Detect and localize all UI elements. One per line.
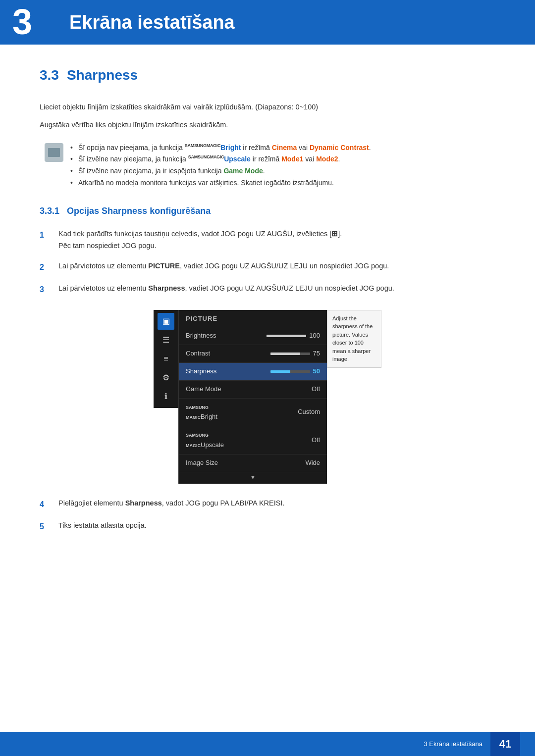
step-5: 5 Tiks iestatīta atlasītā opcija. xyxy=(40,520,495,533)
sidebar-settings-icon: ⚙ xyxy=(158,369,174,386)
brightness-value: 100 xyxy=(309,331,320,341)
brightness-bar-fill xyxy=(267,335,306,337)
step-text-2: Lai pārvietotos uz elementu PICTURE, vad… xyxy=(58,260,389,272)
gamemode-value: Off xyxy=(312,384,320,395)
menu-label-imagesize: Image Size xyxy=(186,458,218,468)
step-1: 1 Kad tiek parādīts funkcijas taustiņu c… xyxy=(40,228,495,252)
sidebar-info-icon: ℹ xyxy=(158,388,174,405)
menu-row-magicupscale: SAMSUNG MAGICUpscale Off xyxy=(179,426,327,454)
menu-bar-sharpness: 50 xyxy=(270,366,320,377)
note-bullets-list: Šī opcija nav pieejama, ja funkcija SAMS… xyxy=(70,142,371,189)
contrast-value: 75 xyxy=(313,349,320,359)
step-3: 3 Lai pārvietotos uz elementu Sharpness,… xyxy=(40,283,495,296)
section-number: 3.3 xyxy=(40,64,59,87)
menu-tooltip: Adjust the sharpness of the picture. Val… xyxy=(327,310,381,368)
sharpness-bar xyxy=(270,370,310,373)
sidebar-menu-icon: ☰ xyxy=(158,332,174,349)
page-footer: 3 Ekrāna iestatīšana 41 xyxy=(0,732,535,756)
menu-header: PICTURE xyxy=(179,310,327,328)
step-text-1: Kad tiek parādīts funkcijas taustiņu ceļ… xyxy=(58,228,342,252)
menu-bar-brightness: 100 xyxy=(267,331,320,341)
sidebar-lines-icon: ≡ xyxy=(158,351,174,367)
sidebar-picture-icon: ▣ xyxy=(158,313,174,330)
step-num-1: 1 xyxy=(40,228,51,242)
section-heading: Sharpness xyxy=(67,64,138,87)
subsection-title: 3.3.1 Opcijas Sharpness konfigurēšana xyxy=(40,204,495,218)
magicbright-value: Custom xyxy=(298,407,320,417)
brightness-bar xyxy=(267,335,306,337)
step-text-5: Tiks iestatīta atlasītā opcija. xyxy=(58,520,147,532)
magicupscale-value: Off xyxy=(312,435,320,446)
note-box: Šī opcija nav pieejama, ja funkcija SAMS… xyxy=(40,142,495,189)
chapter-title: Ekrāna iestatīšana xyxy=(69,7,235,38)
paragraph-2: Augstāka vērtība liks objektu līnijām iz… xyxy=(40,119,495,131)
note-item-2: Šī izvēlne nav pieejama, ja funkcija SAM… xyxy=(70,153,371,165)
subsection-heading: Opcijas Sharpness konfigurēšana xyxy=(67,206,211,216)
menu-row-brightness: Brightness 100 xyxy=(179,327,327,345)
menu-label-contrast: Contrast xyxy=(186,349,210,359)
footer-chapter-ref: 3 Ekrāna iestatīšana xyxy=(424,739,482,750)
step-text-4: Pielāgojiet elementu Sharpness, vadot JO… xyxy=(58,498,285,509)
imagesize-value: Wide xyxy=(305,458,320,468)
menu-screenshot: ▣ ☰ ≡ ⚙ ℹ PICTURE Brightness 100 xyxy=(40,310,495,484)
header-bar: 3 Ekrāna iestatīšana xyxy=(0,0,535,45)
note-icon xyxy=(45,143,63,162)
step-text-3: Lai pārvietotos uz elementu Sharpness, v… xyxy=(58,283,394,295)
menu-label-brightness: Brightness xyxy=(186,331,216,341)
note-item-1: Šī opcija nav pieejama, ja funkcija SAMS… xyxy=(70,142,371,154)
steps-list-2: 4 Pielāgojiet elementu Sharpness, vadot … xyxy=(40,498,495,533)
step-num-5: 5 xyxy=(40,520,51,533)
menu-label-gamemode: Game Mode xyxy=(186,384,221,395)
menu-row-contrast: Contrast 75 xyxy=(179,345,327,363)
menu-label-sharpness: Sharpness xyxy=(186,366,216,377)
menu-row-magicbright: SAMSUNG MAGICBright Custom xyxy=(179,399,327,427)
menu-label-magicupscale: SAMSUNG MAGICUpscale xyxy=(186,430,224,451)
note-icon-inner xyxy=(48,148,60,157)
sharpness-value: 50 xyxy=(313,366,320,377)
menu-sidebar: ▣ ☰ ≡ ⚙ ℹ xyxy=(154,310,178,408)
note-item-3: Šī izvēlne nav pieejama, ja ir iespējota… xyxy=(70,165,371,177)
step-4: 4 Pielāgojiet elementu Sharpness, vadot … xyxy=(40,498,495,511)
menu-row-sharpness: Sharpness 50 xyxy=(179,363,327,381)
step-num-2: 2 xyxy=(40,260,51,274)
menu-bar-contrast: 75 xyxy=(270,349,320,359)
menu-row-gamemode: Game Mode Off xyxy=(179,381,327,399)
contrast-bar-fill xyxy=(270,353,300,355)
section-title: 3.3 Sharpness xyxy=(40,64,495,87)
note-item-4: Atkarībā no modeļa monitora funkcijas va… xyxy=(70,177,371,189)
step-num-3: 3 xyxy=(40,283,51,296)
paragraph-1: Lieciet objektu līnijām izskatīties skai… xyxy=(40,101,495,113)
menu-row-imagesize: Image Size Wide xyxy=(179,454,327,472)
menu-label-magicbright: SAMSUNG MAGICBright xyxy=(186,402,217,423)
step-2: 2 Lai pārvietotos uz elementu PICTURE, v… xyxy=(40,260,495,274)
step-num-4: 4 xyxy=(40,498,51,511)
subsection-number: 3.3.1 xyxy=(40,206,59,216)
sharpness-bar-fill xyxy=(270,370,290,373)
menu-main: PICTURE Brightness 100 Contrast xyxy=(178,310,327,484)
contrast-bar xyxy=(270,353,310,355)
main-content: 3.3 Sharpness Lieciet objektu līnijām iz… xyxy=(0,45,535,581)
menu-outer: ▣ ☰ ≡ ⚙ ℹ PICTURE Brightness 100 xyxy=(154,310,381,484)
steps-list: 1 Kad tiek parādīts funkcijas taustiņu c… xyxy=(40,228,495,296)
chapter-number: 3 xyxy=(0,0,45,45)
footer-page-number: 41 xyxy=(490,732,520,756)
